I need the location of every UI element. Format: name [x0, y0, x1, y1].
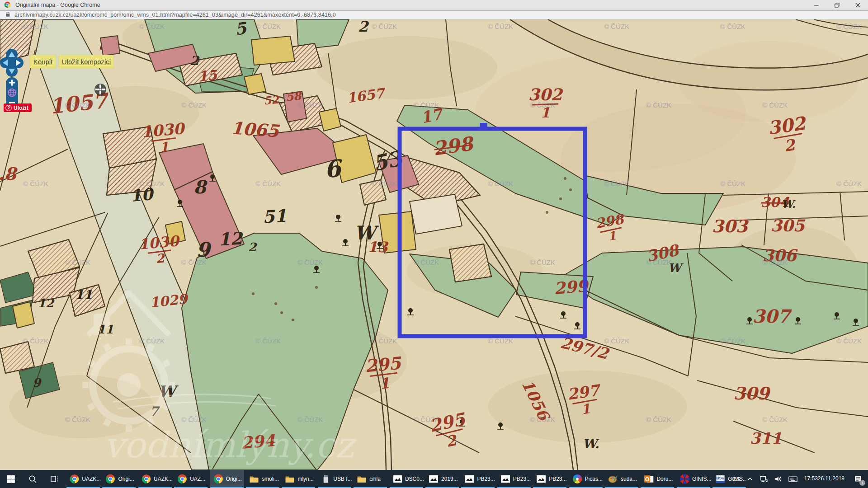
cuzk-watermark: © ČÚZK: [65, 101, 90, 109]
chrome-favicon-icon: [4, 1, 11, 8]
cuzk-watermark: © ČÚZK: [604, 337, 629, 345]
cuzk-watermark: © ČÚZK: [720, 337, 745, 345]
system-tray: CS 17:53 26.11.2019: [729, 470, 868, 488]
taskbar-app-cihla[interactable]: cihla: [353, 470, 387, 488]
svg-text:W.: W.: [583, 436, 599, 451]
folder-icon: [249, 474, 259, 484]
cuzk-watermark: © ČÚZK: [530, 258, 555, 266]
picasa-icon: [572, 474, 582, 484]
taskbar-app-label: mlyn...: [297, 476, 313, 482]
svg-text:9: 9: [196, 238, 212, 261]
action-center-button[interactable]: 1: [848, 470, 868, 488]
network-icon: [760, 475, 768, 483]
pinterest-save-button[interactable]: Uložit: [4, 103, 32, 112]
selection-handle[interactable]: [480, 123, 487, 130]
svg-text:8: 8: [193, 176, 208, 197]
svg-text:309: 309: [733, 383, 771, 404]
parcel-label: 9: [196, 238, 212, 261]
notification-badge: 1: [859, 480, 865, 486]
taskbar-app-pb23-[interactable]: PB23...: [461, 470, 495, 488]
cuzk-watermark: © ČÚZK: [836, 180, 862, 188]
cuzk-watermark: © ČÚZK: [139, 180, 165, 188]
volume-button[interactable]: [771, 470, 785, 488]
taskbar-app-doru-[interactable]: ODoru...: [640, 470, 675, 488]
close-button[interactable]: [847, 0, 868, 10]
svg-text:11: 11: [75, 287, 93, 302]
svg-text:15: 15: [198, 67, 219, 84]
image-icon: [429, 474, 439, 484]
network-button[interactable]: [756, 470, 771, 488]
chrome-icon: [70, 474, 79, 484]
parcel-label: 9: [33, 376, 42, 389]
restore-button[interactable]: [826, 0, 847, 10]
taskbar-app--az-[interactable]: ÚAZ...: [174, 470, 208, 488]
url-text[interactable]: archivnimapy.cuzk.cz/uazk/omc/omc_pom/om…: [14, 12, 336, 18]
search-icon: [28, 475, 37, 483]
search-button[interactable]: [22, 470, 43, 488]
taskbar: ÚAZK...Origi...ÚAZK...ÚAZ...Origi...smol…: [0, 470, 868, 488]
clock[interactable]: 17:53 26.11.2019: [801, 470, 848, 488]
task-view-icon: [50, 474, 59, 483]
taskbar-app-mlyn-[interactable]: mlyn...: [281, 470, 316, 488]
cuzk-watermark: © ČÚZK: [530, 101, 555, 109]
taskbar-app-origi-[interactable]: Origi...: [102, 470, 136, 488]
taskbar-app-smoli-[interactable]: smoli...: [245, 470, 280, 488]
map-canvas[interactable]: 1057103011065525816571729830213022298130…: [0, 19, 868, 470]
taskbar-app-2019-[interactable]: 2019...: [425, 470, 459, 488]
address-bar[interactable]: archivnimapy.cuzk.cz/uazk/omc/omc_pom/om…: [0, 10, 868, 19]
task-view-button[interactable]: [43, 470, 65, 488]
cuzk-watermark: © ČÚZK: [255, 337, 281, 345]
cuzk-watermark: © ČÚZK: [762, 101, 788, 109]
usu-icon: USU: [716, 474, 725, 484]
svg-text:2: 2: [190, 53, 200, 68]
taskbar-app-dsc0-[interactable]: DSC0...: [389, 470, 424, 488]
taskbar-app-usb-f-[interactable]: USB f...: [317, 470, 352, 488]
tray-chevron-button[interactable]: [744, 470, 756, 488]
pan-control[interactable]: [0, 49, 24, 77]
chrome-icon: [177, 474, 187, 484]
taskbar-app-pb23-[interactable]: PB23...: [497, 470, 531, 488]
ginis-icon: [680, 474, 689, 484]
pinterest-save-label: Uložit: [14, 105, 28, 111]
taskbar-app--azk-[interactable]: ÚAZK...: [138, 470, 172, 488]
svg-text:.8: .8: [0, 164, 18, 184]
map-viewport[interactable]: 1057103011065525816571729830213022298130…: [0, 19, 868, 470]
cuzk-watermark: © ČÚZK: [65, 416, 90, 423]
windows-logo-icon: [7, 475, 15, 483]
minimize-button[interactable]: [806, 0, 826, 10]
taskbar-app--azk-[interactable]: ÚAZK...: [66, 470, 100, 488]
taskbar-app-label: Picas...: [585, 476, 603, 482]
parcel-label: 12: [218, 228, 244, 250]
cuzk-watermark: © ČÚZK: [181, 258, 207, 266]
taskbar-app-ginis-[interactable]: GINIS...: [676, 470, 711, 488]
taskbar-app-picas-[interactable]: Picas...: [569, 470, 603, 488]
touch-keyboard-button[interactable]: [785, 470, 801, 488]
svg-text:1030: 1030: [141, 119, 186, 141]
cuzk-watermark: © ČÚZK: [530, 416, 555, 423]
buy-button[interactable]: Koupit: [30, 55, 56, 68]
window-title: Originální mapa - Google Chrome: [15, 2, 100, 8]
svg-text:1065: 1065: [231, 117, 281, 141]
save-composition-button[interactable]: Uložit kompozici: [59, 55, 114, 68]
cuzk-watermark: © ČÚZK: [372, 337, 397, 345]
cuzk-watermark: © ČÚZK: [23, 23, 48, 30]
taskbar-app-suda-[interactable]: suda...: [604, 470, 639, 488]
chrome-icon: [142, 474, 151, 484]
parcel-label: .8: [0, 164, 18, 184]
svg-text:2: 2: [248, 240, 257, 254]
chrome-icon: [213, 474, 223, 484]
language-indicator[interactable]: CS: [729, 470, 744, 488]
taskbar-app-label: smoli...: [262, 476, 279, 482]
parcel-label: 15: [198, 67, 219, 84]
cuzk-watermark: © ČÚZK: [297, 258, 323, 266]
taskbar-app-origi-[interactable]: Origi...: [210, 470, 244, 488]
svg-text:1030: 1030: [138, 232, 181, 253]
taskbar-app-pb23-[interactable]: PB23...: [533, 470, 567, 488]
outlook-icon: O: [644, 474, 654, 484]
cuzk-watermark: © ČÚZK: [65, 258, 90, 266]
cuzk-watermark: © ČÚZK: [414, 101, 439, 109]
cuzk-watermark: © ČÚZK: [414, 258, 439, 266]
cuzk-watermark: © ČÚZK: [297, 416, 323, 423]
start-button[interactable]: [0, 470, 22, 488]
usb-icon: [321, 474, 331, 484]
